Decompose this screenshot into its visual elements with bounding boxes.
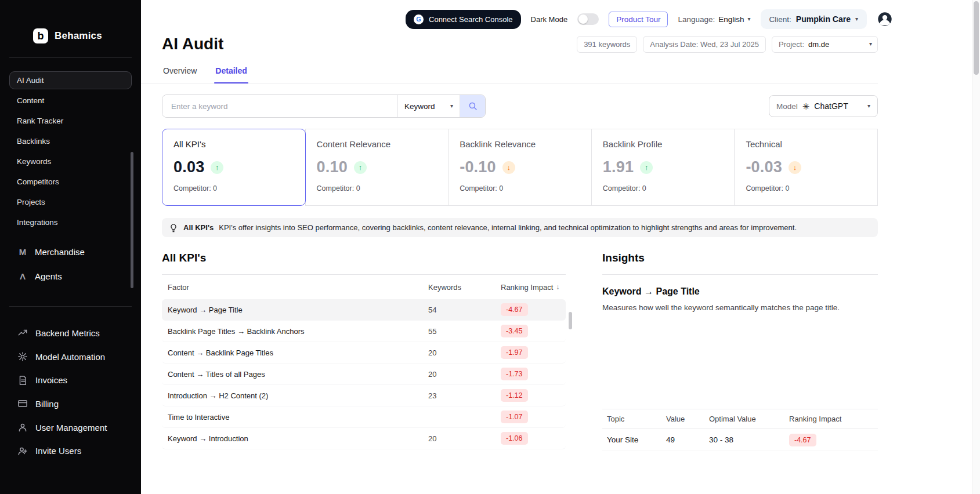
sort-desc-icon[interactable]: ↓ [556, 283, 559, 291]
table-row[interactable]: Backlink Page Titles → Backlink Anchors … [162, 321, 566, 342]
sidebar-item-projects[interactable]: Projects [9, 193, 132, 211]
factors-section: All KPI's Factor Keywords Ranking Impact… [162, 252, 566, 451]
kpi-card-all-kpis[interactable]: All KPI's 0.03 ↑ Competitor: 0 [162, 129, 306, 206]
column-keywords: Keywords [428, 283, 501, 292]
kpi-card-technical[interactable]: Technical -0.03 ↓ Competitor: 0 [734, 129, 878, 206]
model-select[interactable]: Model ✳ ChatGPT ▾ [769, 95, 878, 117]
chevron-down-icon: ▾ [869, 41, 872, 47]
page-title: AI Audit [162, 35, 223, 53]
kpi-value: -0.10 [460, 158, 496, 176]
tab-overview[interactable]: Overview [162, 61, 198, 83]
profile-avatar[interactable] [877, 11, 893, 27]
table-row[interactable]: Keyword → Introduction 20 -1.06 [162, 428, 566, 449]
insight-table-header: Topic Value Optimal Value Ranking Impact [602, 409, 878, 429]
sidebar-item-label: Invoices [35, 375, 67, 385]
sidebar-item-competitors[interactable]: Competitors [9, 173, 132, 191]
trend-up-icon: ↑ [211, 161, 223, 174]
topbar: G Connect Search Console Dark Mode Produ… [141, 0, 980, 30]
connect-search-console-button[interactable]: G Connect Search Console [406, 10, 521, 29]
main-area: G Connect Search Console Dark Mode Produ… [141, 0, 980, 494]
column-ranking-impact: Ranking Impact [789, 415, 878, 423]
sidebar-item-keywords[interactable]: Keywords [9, 152, 132, 170]
chevron-down-icon: ▾ [748, 16, 751, 22]
invoice-icon [17, 375, 28, 386]
keywords-count-badge: 391 keywords [577, 36, 637, 53]
page-scrollbar[interactable] [972, 0, 980, 494]
table-row[interactable]: Time to Interactive -1.07 [162, 406, 566, 428]
impact-badge: -1.73 [501, 368, 528, 380]
sidebar-item-rank-tracker[interactable]: Rank Tracker [9, 112, 132, 130]
page-scrollbar-thumb[interactable] [974, 1, 979, 75]
kpi-card-backlink-profile[interactable]: Backlink Profile 1.91 ↑ Competitor: 0 [591, 129, 735, 206]
trend-down-icon: ↓ [789, 161, 801, 174]
sidebar-nav: AI Audit Content Rank Tracker Backlinks … [0, 58, 141, 287]
factor-cell: Keyword → Introduction [162, 434, 428, 443]
kpi-card-backlink-relevance[interactable]: Backlink Relevance -0.10 ↓ Competitor: 0 [448, 129, 592, 206]
search-button[interactable] [460, 95, 485, 117]
impact-badge: -1.97 [501, 346, 528, 359]
sidebar-item-user-management[interactable]: User Management [9, 416, 132, 439]
trend-up-icon: ↑ [354, 161, 367, 174]
chevron-down-icon: ▾ [450, 103, 453, 109]
insight-table: Topic Value Optimal Value Ranking Impact… [602, 409, 878, 451]
table-row[interactable]: Keyword → Page Title 54 -4.67 [162, 299, 566, 321]
sidebar-item-invite-users[interactable]: Invite Users [9, 439, 132, 463]
kpi-value: 0.03 [173, 158, 204, 176]
sidebar-item-label: Model Automation [35, 352, 105, 362]
table-row[interactable]: Introduction → H2 Content (2) 23 -1.12 [162, 385, 566, 406]
sidebar-item-integrations[interactable]: Integrations [9, 213, 132, 231]
table-row[interactable]: Content → Backlink Page Titles 20 -1.97 [162, 342, 566, 364]
client-select[interactable]: Client: Pumpkin Care ▾ [761, 9, 867, 29]
client-label: Client: [769, 15, 791, 24]
sidebar-item-backlinks[interactable]: Backlinks [9, 132, 132, 150]
impact-badge: -1.12 [501, 389, 528, 402]
kpi-card-title: Technical [746, 139, 866, 149]
search-type-select[interactable]: Keyword ▾ [397, 95, 460, 117]
agents-icon: Λ [17, 271, 28, 281]
search-type-value: Keyword [404, 102, 435, 111]
column-optimal-value: Optimal Value [709, 415, 789, 423]
tab-bar: Overview Detailed [141, 61, 878, 83]
search-icon [468, 101, 478, 111]
search-input[interactable] [162, 95, 397, 117]
sidebar-item-label: Billing [35, 399, 59, 409]
impact-badge: -4.67 [501, 303, 528, 316]
factors-section-title: All KPI's [162, 252, 566, 275]
language-select[interactable]: Language: English ▾ [678, 15, 750, 24]
analysis-date-badge: Analysis Date: Wed, 23 Jul 2025 [643, 36, 766, 53]
sidebar-item-merchandise[interactable]: M Merchandise [9, 241, 132, 263]
trend-up-icon: ↑ [640, 161, 653, 174]
sidebar-divider [9, 306, 132, 307]
factor-cell: Time to Interactive [162, 413, 428, 422]
factor-cell: Introduction → H2 Content (2) [162, 391, 428, 400]
kpi-card-content-relevance[interactable]: Content Relevance 0.10 ↑ Competitor: 0 [305, 129, 449, 206]
sidebar-item-agents[interactable]: Λ Agents [9, 265, 132, 287]
trend-down-icon: ↓ [502, 161, 515, 174]
project-select[interactable]: Project: dm.de ▾ [772, 36, 878, 53]
factors-table-header: Factor Keywords Ranking Impact ↓ [162, 275, 566, 299]
info-bar-title: All KPI's [183, 223, 214, 232]
sidebar-item-invoices[interactable]: Invoices [9, 368, 132, 392]
keywords-cell: 20 [428, 434, 501, 443]
sidebar-item-backend-metrics[interactable]: Backend Metrics [9, 321, 132, 345]
dark-mode-toggle[interactable] [577, 13, 599, 25]
merchandise-icon: M [17, 247, 28, 257]
sidebar-scrollbar[interactable] [131, 152, 133, 288]
billing-icon [17, 398, 28, 409]
table-row[interactable]: Content → Titles of all Pages 20 -1.73 [162, 364, 566, 385]
openai-icon: ✳ [802, 102, 810, 111]
keywords-cell: 54 [428, 306, 501, 314]
impact-badge: -4.67 [789, 434, 816, 446]
sidebar-item-billing[interactable]: Billing [9, 392, 132, 416]
sidebar-item-ai-audit[interactable]: AI Audit [9, 71, 132, 89]
language-value: English [718, 15, 744, 24]
language-label: Language: [678, 15, 715, 24]
sidebar-item-model-automation[interactable]: Model Automation [9, 345, 132, 369]
keyword-search-group: Keyword ▾ [162, 95, 486, 118]
table-scrollbar[interactable] [569, 312, 572, 329]
kpi-value: 1.91 [603, 158, 634, 176]
product-tour-button[interactable]: Product Tour [609, 12, 668, 27]
tab-detailed[interactable]: Detailed [214, 61, 248, 83]
sidebar-item-content[interactable]: Content [9, 92, 132, 110]
kpi-competitor: Competitor: 0 [603, 184, 724, 192]
